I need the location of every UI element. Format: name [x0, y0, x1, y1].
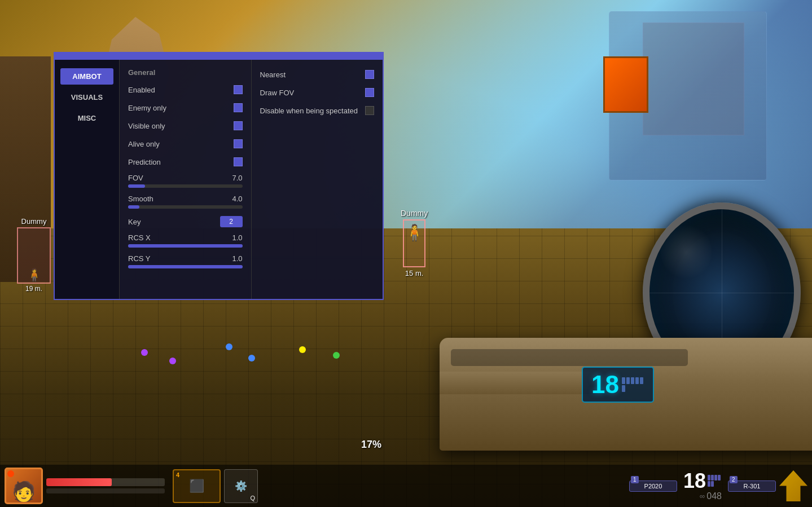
setting-label-disable-spectated: Disable when being spectated: [260, 107, 358, 115]
toggle-disable-spectated[interactable]: [365, 106, 374, 115]
shield-bar: [46, 488, 165, 493]
weapon-2-label: R-301: [744, 483, 761, 490]
dummy-box-left: 🧍: [17, 227, 51, 284]
rcsy-label: RCS Y: [128, 254, 151, 263]
fov-slider-fill: [128, 184, 145, 188]
menu-header-bar: [55, 53, 383, 60]
toggle-enemy-only[interactable]: [234, 103, 243, 112]
weapon-area: [440, 202, 812, 473]
health-shield-bars: [46, 478, 165, 493]
health-bar: [46, 478, 165, 486]
dummy-distance-left: 19 m.: [17, 285, 51, 293]
smooth-slider-container: Smooth 4.0: [128, 195, 243, 209]
dummy-box-right: 🧍: [403, 219, 425, 267]
menu-content: AIMBOT VISUALS MISC General Enabled Enem…: [55, 60, 383, 299]
rcsx-label: RCS X: [128, 233, 151, 242]
rcsy-value: 1.0: [232, 254, 242, 263]
slot-4-number: 4: [176, 471, 179, 478]
smooth-slider-row: Smooth 4.0: [128, 195, 243, 203]
sidebar-btn-misc[interactable]: MISC: [60, 110, 113, 126]
item-slot-q[interactable]: ⚙️ Q: [224, 469, 258, 503]
toggle-prediction[interactable]: [234, 157, 243, 166]
item-blue: [226, 343, 232, 350]
setting-label-visible-only: Visible only: [128, 122, 165, 130]
item-purple: [141, 349, 148, 356]
item-yellow: [299, 346, 306, 353]
setting-row-enemy-only: Enemy only: [128, 102, 243, 114]
dummy-label-left: Dummy: [17, 217, 51, 226]
fov-slider-row: FOV 7.0: [128, 174, 243, 182]
rcsy-slider-container: RCS Y 1.0: [128, 254, 243, 268]
fov-value: 7.0: [232, 174, 242, 182]
rcsy-slider-fill: [128, 265, 243, 268]
setting-row-alive-only: Alive only: [128, 138, 243, 150]
setting-row-disable-spectated: Disable when being spectated: [260, 104, 375, 117]
weapon-slot-4[interactable]: 4 ⬛: [173, 469, 221, 503]
key-button[interactable]: 2: [220, 216, 243, 227]
slot-q-label: Q: [250, 495, 255, 501]
weapon-1-box[interactable]: 1 P2020: [629, 480, 677, 492]
item-purple2: [169, 358, 176, 364]
ammo-type-icon: [779, 470, 807, 501]
toggle-enabled[interactable]: [234, 85, 243, 94]
rcsx-slider-track[interactable]: [128, 244, 243, 248]
ammo-counter: 18: [582, 367, 654, 403]
weapon-1-display: 1 P2020: [629, 480, 677, 492]
smooth-label: Smooth: [128, 195, 153, 203]
setting-row-nearest: Nearest: [260, 68, 375, 81]
smooth-slider-fill: [128, 205, 139, 209]
slot-4-icon: ⬛: [189, 479, 204, 493]
menu-panel: AIMBOT VISUALS MISC General Enabled Enem…: [54, 52, 384, 300]
key-label: Key: [128, 218, 141, 226]
ammo-display-hud: 18 ∞ 048: [683, 471, 722, 501]
setting-row-key: Key 2: [128, 215, 243, 228]
menu-sidebar: AIMBOT VISUALS MISC: [55, 60, 120, 299]
dummy-label-right: Dummy: [401, 209, 428, 218]
setting-label-draw-fov: Draw FOV: [260, 89, 295, 97]
setting-label-prediction: Prediction: [128, 158, 161, 166]
setting-row-enabled: Enabled: [128, 83, 243, 96]
smooth-slider-track[interactable]: [128, 205, 243, 209]
setting-row-visible-only: Visible only: [128, 120, 243, 132]
sidebar-btn-visuals[interactable]: VISUALS: [60, 89, 113, 105]
hud-bottom: 🧑 4 ⬛ ⚙️ Q 1 P2020 18: [0, 465, 812, 507]
toggle-visible-only[interactable]: [234, 121, 243, 130]
fov-label: FOV: [128, 174, 143, 182]
setting-label-enemy-only: Enemy only: [128, 104, 166, 112]
weapon-1-slot-num: 1: [631, 476, 639, 483]
rcsx-slider-fill: [128, 244, 243, 248]
ammo-big-number: 18: [591, 371, 619, 399]
dummy-marker-left: Dummy 🧍 19 m.: [17, 217, 51, 293]
setting-row-draw-fov: Draw FOV: [260, 86, 375, 99]
item-blue2: [248, 355, 255, 361]
menu-col-right: Nearest Draw FOV Disable when being spec…: [252, 60, 383, 299]
ammo-reserve-hud: 048: [706, 491, 722, 501]
weapon-2-display: 2 R-301: [728, 480, 776, 492]
weapon-2-slot-num: 2: [730, 476, 738, 483]
rcsy-slider-row: RCS Y 1.0: [128, 254, 243, 263]
dummy-distance-right: 15 m.: [401, 269, 428, 277]
fov-slider-container: FOV 7.0: [128, 174, 243, 188]
weapon-1-label: P2020: [644, 483, 662, 490]
sidebar-btn-aimbot[interactable]: AIMBOT: [60, 68, 113, 85]
toggle-draw-fov[interactable]: [365, 88, 374, 97]
health-bar-fill: [46, 478, 112, 486]
rcsx-value: 1.0: [232, 233, 242, 242]
setting-label-enabled: Enabled: [128, 86, 155, 94]
setting-row-prediction: Prediction: [128, 156, 243, 168]
fov-slider-track[interactable]: [128, 184, 243, 188]
character-portrait: 🧑: [5, 468, 43, 504]
dummy-marker-right: Dummy 🧍 15 m.: [401, 209, 428, 277]
slot-q-icon: ⚙️: [235, 480, 247, 492]
toggle-nearest[interactable]: [365, 70, 374, 79]
weapon-2-box[interactable]: 2 R-301: [728, 480, 776, 492]
toggle-alive-only[interactable]: [234, 139, 243, 148]
setting-label-alive-only: Alive only: [128, 140, 160, 148]
menu-col-left: General Enabled Enemy only Visible only …: [120, 60, 252, 299]
rcsx-slider-container: RCS X 1.0: [128, 233, 243, 248]
setting-label-nearest: Nearest: [260, 70, 286, 79]
rcsy-slider-track[interactable]: [128, 265, 243, 268]
ground-items: [113, 338, 395, 394]
item-green: [333, 352, 340, 359]
percent-hud: 17%: [361, 439, 381, 451]
